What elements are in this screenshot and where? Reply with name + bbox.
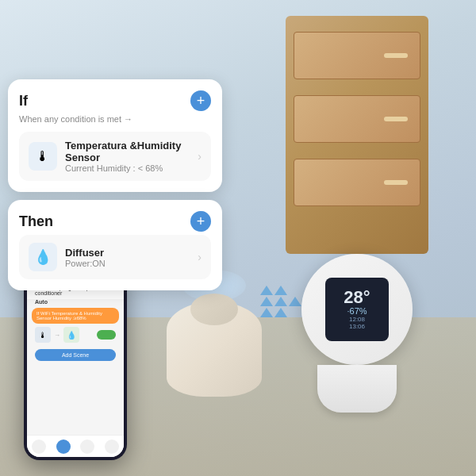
if-device-row[interactable]: 🌡 Temperatura &Humidity Sensor Current H… bbox=[19, 132, 211, 181]
then-card: Then + 💧 Diffuser Power:ON › bbox=[8, 200, 222, 290]
then-card-title: Then bbox=[19, 213, 53, 230]
if-card-header: If + bbox=[19, 90, 211, 111]
diffuser-top bbox=[190, 294, 238, 325]
phone-auto-label: Auto bbox=[35, 299, 48, 305]
if-card-subtitle: When any condition is met → bbox=[19, 114, 211, 124]
phone-nav-devices[interactable] bbox=[80, 440, 94, 454]
dresser-drawer-1 bbox=[294, 32, 420, 79]
thermostat-time1: 12:08 bbox=[349, 316, 365, 323]
drawer-handle-1 bbox=[384, 53, 408, 58]
if-device-status: Current Humidity : < 68% bbox=[65, 163, 190, 173]
thermostat-temperature: 28° bbox=[344, 289, 370, 306]
then-card-header: Then + bbox=[19, 211, 211, 232]
phone-auto-row: Auto bbox=[27, 299, 124, 305]
phone-add-scene-button[interactable]: Add Scene bbox=[35, 349, 116, 361]
dresser-drawer-3 bbox=[294, 159, 420, 206]
chevron-right-icon: › bbox=[198, 150, 202, 163]
thermostat-device: 28° ·67% 12:08 13:06 bbox=[301, 254, 420, 413]
dresser-drawer-2 bbox=[294, 95, 420, 143]
phone-condition: If WiFi Temperature & Humidity Sensor Hu… bbox=[32, 308, 119, 324]
phone-bottom-navigation bbox=[27, 435, 124, 457]
thermostat-screen: 28° ·67% 12:08 13:06 bbox=[325, 278, 389, 341]
dresser bbox=[286, 16, 428, 254]
phone-mockup: Cold and warm effect, Temp care, Temp hi… bbox=[24, 270, 127, 460]
phone-nav-home[interactable] bbox=[32, 440, 46, 454]
thermostat-humidity: ·67% bbox=[347, 306, 367, 316]
thermostat-base bbox=[317, 365, 397, 413]
phone-arrow-icon: → bbox=[54, 332, 60, 339]
then-device-name: Diffuser bbox=[65, 247, 190, 259]
then-device-status: Power:ON bbox=[65, 259, 190, 268]
then-device-row[interactable]: 💧 Diffuser Power:ON › bbox=[19, 235, 211, 279]
phone-condition-text: If WiFi Temperature & Humidity Sensor Hu… bbox=[36, 311, 102, 321]
thermostat-circle: 28° ·67% 12:08 13:06 bbox=[301, 254, 413, 365]
phone-nav-scenes[interactable] bbox=[56, 440, 71, 454]
sensor-icon: 🌡 bbox=[29, 142, 57, 171]
ui-cards-overlay: If + When any condition is met → 🌡 Tempe… bbox=[8, 79, 222, 290]
phone-device-icon-diffuser: 💧 bbox=[63, 327, 79, 343]
thermostat-time2: 13:06 bbox=[349, 323, 365, 330]
drawer-handle-2 bbox=[384, 117, 408, 121]
phone-toggle[interactable] bbox=[97, 330, 116, 340]
phone-device-icon-sensor: 🌡 bbox=[35, 327, 51, 343]
if-add-button[interactable]: + bbox=[190, 90, 211, 111]
drawer-handle-3 bbox=[384, 180, 408, 185]
if-card-title: If bbox=[19, 93, 28, 109]
diffuser-icon: 💧 bbox=[29, 243, 57, 271]
phone-screen: Cold and warm effect, Temp care, Temp hi… bbox=[27, 273, 124, 457]
diffuser-device bbox=[159, 278, 270, 397]
chevron-right-icon-2: › bbox=[198, 251, 202, 263]
if-device-name: Temperatura &Humidity Sensor bbox=[65, 140, 190, 163]
phone-device-row: 🌡 → 💧 bbox=[27, 324, 124, 346]
if-card: If + When any condition is met → 🌡 Tempe… bbox=[8, 79, 222, 192]
if-device-info: Temperatura &Humidity Sensor Current Hum… bbox=[65, 140, 190, 173]
then-add-button[interactable]: + bbox=[190, 211, 211, 232]
phone-nav-profile[interactable] bbox=[105, 440, 119, 454]
then-device-info: Diffuser Power:ON bbox=[65, 247, 190, 268]
